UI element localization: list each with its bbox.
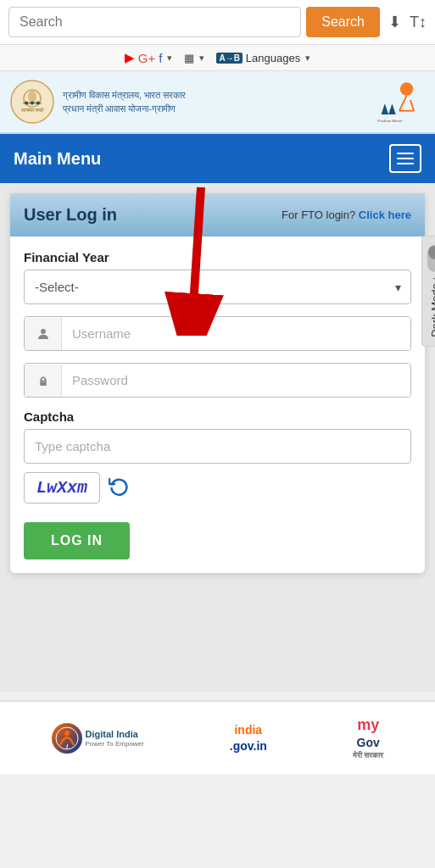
svg-point-20 xyxy=(41,377,45,381)
captcha-label: Captcha xyxy=(24,409,411,424)
pmay-logo: Pradhan Mantri Awas Yojana-Gramin xyxy=(374,81,425,123)
main-menu-title: Main Menu xyxy=(14,149,101,169)
svg-text:सत्यमेव जयते: सत्यमेव जयते xyxy=(20,107,45,113)
header-section: सत्यमेव जयते ग्रामीण विकास मंत्रालय, भार… xyxy=(0,71,435,134)
mygov-top-line: my xyxy=(353,715,384,735)
mygov-branding: my Gov मेरी सरकार xyxy=(353,715,384,760)
username-input[interactable] xyxy=(62,317,410,350)
captcha-input[interactable] xyxy=(24,429,411,464)
login-button[interactable]: LOG IN xyxy=(24,522,130,559)
table-icon-group: ▦ ▾ xyxy=(184,52,204,64)
mygov-subtitle: मेरी सरकार xyxy=(353,751,384,761)
content-area: User Log in For FTO login? Click here Da… xyxy=(0,183,435,692)
dark-mode-tab[interactable]: Dark Mode : xyxy=(421,236,435,347)
mygov-bottom-line: Gov xyxy=(353,735,384,750)
languages-button[interactable]: A→B Languages ▾ xyxy=(216,52,310,64)
top-bar-icons: ⬇ T↕ xyxy=(388,13,427,31)
text-size-button[interactable]: T↕ xyxy=(410,14,427,31)
hamburger-line-1 xyxy=(397,153,414,154)
financial-year-label: Financial Year xyxy=(24,250,411,264)
dark-mode-label: Dark Mode : xyxy=(429,277,436,337)
digital-india-logo: i Digital India Power To Empower xyxy=(52,723,144,754)
fto-login-link[interactable]: Click here xyxy=(359,209,411,221)
table-dropdown-arrow: ▾ xyxy=(199,53,204,64)
mygov-my-text: my xyxy=(357,716,379,733)
svg-line-11 xyxy=(410,100,414,111)
svg-point-23 xyxy=(64,731,70,736)
text-size-icon: T↕ xyxy=(410,14,427,31)
indiagov-in-text: in xyxy=(256,739,266,753)
social-dropdown-arrow: ▾ xyxy=(167,53,172,64)
ministry-name: ग्रामीण विकास मंत्रालय, भारत सरकार xyxy=(63,88,186,103)
hamburger-line-2 xyxy=(397,158,414,159)
social-icons: ▶ G+ f ▾ xyxy=(125,50,173,65)
lang-ab-icon: A→B xyxy=(216,53,242,64)
facebook-icon: f xyxy=(159,51,162,65)
languages-label: Languages xyxy=(246,52,300,64)
digital-india-circle: i xyxy=(52,723,82,754)
captcha-refresh-button[interactable] xyxy=(109,476,129,501)
digital-india-branding: i Digital India Power To Empower xyxy=(52,723,144,754)
hamburger-menu-button[interactable] xyxy=(389,144,421,173)
username-group xyxy=(24,316,411,351)
digital-india-tagline: Power To Empower xyxy=(86,740,144,748)
financial-year-wrapper: -Select- 2024-25 2023-24 2022-23 ▾ xyxy=(24,270,411,304)
login-card-header: User Log in For FTO login? Click here Da… xyxy=(10,193,425,236)
indiagov-logo: india .gov.in xyxy=(230,722,267,753)
youtube-icon: ▶ xyxy=(125,50,135,65)
svg-marker-12 xyxy=(382,103,389,114)
login-card-title: User Log in xyxy=(24,205,117,225)
search-button[interactable]: Search xyxy=(306,7,380,37)
indiagov-branding: india .gov.in xyxy=(230,722,267,753)
header-left: सत्यमेव जयते ग्रामीण विकास मंत्रालय, भार… xyxy=(10,80,186,124)
financial-year-select[interactable]: -Select- 2024-25 2023-24 2022-23 xyxy=(24,270,411,304)
pmay-icon: Pradhan Mantri Awas Yojana-Gramin xyxy=(374,81,425,123)
digital-india-text-group: Digital India Power To Empower xyxy=(86,728,144,748)
indiagov-line2: .gov.in xyxy=(230,738,267,754)
digital-india-name: Digital India xyxy=(86,728,144,740)
lang-dropdown-arrow: ▾ xyxy=(305,53,310,64)
download-icon: ⬇ xyxy=(388,13,401,31)
svg-line-9 xyxy=(399,96,407,111)
login-card: User Log in For FTO login? Click here Da… xyxy=(10,193,425,573)
dark-mode-knob xyxy=(428,246,435,259)
password-input[interactable] xyxy=(62,364,410,397)
top-bar: Search ⬇ T↕ xyxy=(0,0,435,45)
captcha-display: LwXxm xyxy=(24,472,411,504)
search-input[interactable] xyxy=(8,7,301,37)
dark-mode-toggle[interactable] xyxy=(427,245,435,272)
mygov-logo: my Gov मेरी सरकार xyxy=(353,715,384,760)
gplus-icon: G+ xyxy=(138,51,155,65)
indiagov-line1: india xyxy=(230,722,267,737)
username-icon xyxy=(25,318,62,350)
svg-rect-21 xyxy=(40,381,47,386)
download-icon-button[interactable]: ⬇ xyxy=(388,13,401,31)
fto-login-text: For FTO login? Click here xyxy=(282,209,411,221)
svg-point-2 xyxy=(28,91,36,103)
indiagov-gov-text: gov xyxy=(233,739,254,753)
svg-point-7 xyxy=(36,102,40,105)
svg-point-5 xyxy=(25,102,28,105)
mygov-gov-text: Gov xyxy=(357,736,380,749)
social-bar: ▶ G+ f ▾ ▦ ▾ A→B Languages ▾ xyxy=(0,45,435,71)
table-icon: ▦ xyxy=(184,52,194,64)
footer: i Digital India Power To Empower india .… xyxy=(0,700,435,774)
svg-point-19 xyxy=(41,329,46,334)
password-group xyxy=(24,363,411,398)
hamburger-line-3 xyxy=(397,163,414,164)
password-icon xyxy=(25,364,62,397)
header-text: ग्रामीण विकास मंत्रालय, भारत सरकार प्रधा… xyxy=(63,88,186,116)
svg-point-6 xyxy=(31,102,34,105)
scheme-name: प्रधान मंत्री आवास योजना-ग्रामीण xyxy=(63,102,186,116)
government-emblem: सत्यमेव जयते xyxy=(10,80,54,124)
indiagov-india-text: india xyxy=(234,723,262,737)
svg-rect-14 xyxy=(390,109,394,114)
svg-text:Pradhan Mantri: Pradhan Mantri xyxy=(377,119,402,123)
svg-point-8 xyxy=(400,82,413,95)
captcha-image-text: LwXxm xyxy=(24,472,100,504)
login-form: Financial Year -Select- 2024-25 2023-24 … xyxy=(10,236,425,573)
main-menu-bar: Main Menu xyxy=(0,134,435,183)
